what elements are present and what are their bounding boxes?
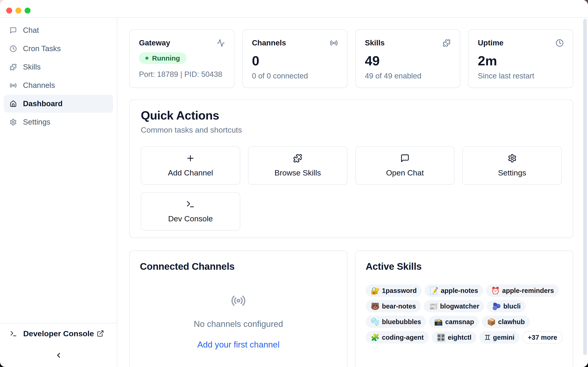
- sidebar-nav: Chat Cron Tasks Skills Channels Dashboar…: [0, 18, 117, 131]
- channels-card-title: Channels: [252, 39, 286, 47]
- sidebar-item-channels[interactable]: Channels: [4, 76, 113, 94]
- scrollbar-thumb[interactable]: [583, 19, 587, 355]
- bubbles-icon: 🫧: [371, 318, 380, 325]
- skill-name: gemini: [493, 334, 514, 341]
- settings-label: Settings: [498, 168, 526, 177]
- no-channels-text: No channels configured: [194, 319, 283, 329]
- gateway-port-pid: Port: 18789 | PID: 50438: [139, 70, 222, 79]
- collapse-sidebar-button[interactable]: [52, 348, 65, 362]
- skill-badge-apple-notes: 📝apple-notes: [424, 284, 483, 297]
- clock-icon: [556, 39, 564, 47]
- skill-name: 1password: [382, 287, 417, 294]
- radio-icon: [10, 82, 17, 89]
- skill-badge-eightctl: 🎛️eightctl: [432, 331, 477, 344]
- sidebar-item-label: Channels: [23, 81, 55, 90]
- app-window: Chat Cron Tasks Skills Channels Dashboar…: [0, 0, 588, 367]
- skills-subtext: 49 of 49 enabled: [365, 72, 422, 80]
- sidebar: Chat Cron Tasks Skills Channels Dashboar…: [0, 18, 117, 367]
- skill-badge-gemini: ♊gemini: [479, 331, 519, 344]
- skill-name: bluebubbles: [382, 318, 421, 326]
- puzzle-icon: [10, 64, 17, 71]
- active-skills-title: Active Skills: [366, 261, 563, 272]
- browse-skills-button[interactable]: Browse Skills: [248, 146, 347, 185]
- minimize-window-button[interactable]: [15, 8, 21, 14]
- skills-count: 49: [365, 54, 380, 67]
- close-window-button[interactable]: [6, 8, 12, 14]
- connected-channels-panel: Connected Channels No channels configure…: [129, 250, 347, 367]
- zoom-window-button[interactable]: [25, 8, 31, 14]
- skills-stat-card: Skills 49 49 of 49 enabled: [355, 29, 460, 88]
- settings-button[interactable]: Settings: [462, 146, 562, 185]
- sidebar-item-label: Settings: [23, 118, 50, 126]
- developer-console-button[interactable]: Developer Console: [0, 323, 117, 344]
- quick-actions-title: Quick Actions: [141, 108, 562, 122]
- channels-count: 0: [252, 54, 259, 67]
- skill-badge-apple-reminders: ⏰apple-reminders: [486, 284, 559, 297]
- dev-console-label: Dev Console: [168, 214, 213, 223]
- open-chat-button[interactable]: Open Chat: [355, 146, 455, 185]
- skill-badge-coding-agent: 🧩coding-agent: [366, 331, 429, 344]
- stats-row: Gateway Running Port: 18789 | PID: 50438…: [129, 29, 573, 88]
- plus-icon: [186, 154, 195, 163]
- status-dot: [145, 57, 148, 60]
- radio-icon: [231, 293, 246, 308]
- skill-name: apple-notes: [441, 287, 478, 294]
- skill-badge-blucli: 🫐blucli: [487, 300, 526, 312]
- gateway-status-badge: Running: [139, 52, 187, 64]
- add-first-channel-link[interactable]: Add your first channel: [197, 340, 279, 350]
- gemini-icon: ♊: [484, 334, 491, 341]
- sidebar-item-settings[interactable]: Settings: [4, 113, 113, 131]
- locked-with-key-icon: 🔐: [371, 287, 380, 294]
- radio-icon: [330, 39, 338, 47]
- uptime-card-title: Uptime: [478, 39, 503, 47]
- sidebar-footer: Developer Console: [0, 323, 117, 367]
- puzzle-icon: [293, 154, 302, 163]
- open-chat-label: Open Chat: [386, 168, 424, 177]
- chat-bubble-icon: [10, 27, 17, 34]
- skills-card-title: Skills: [365, 39, 385, 47]
- more-skills-badge[interactable]: +37 more: [522, 331, 563, 344]
- sidebar-item-label: Cron Tasks: [23, 44, 61, 53]
- channels-subtext: 0 of 0 connected: [252, 72, 308, 80]
- title-bar: [0, 0, 588, 18]
- active-skills-panel: Active Skills 🔐1password 📝apple-notes ⏰a…: [355, 250, 573, 367]
- control-knobs-icon: 🎛️: [437, 334, 446, 341]
- blueberries-icon: 🫐: [492, 303, 501, 310]
- memo-icon: 📝: [430, 287, 439, 294]
- skill-badge-camsnap: 📸camsnap: [429, 316, 479, 328]
- skill-badge-blogwatcher: 📰blogwatcher: [424, 300, 484, 312]
- quick-actions-panel: Quick Actions Common tasks and shortcuts…: [129, 99, 573, 238]
- gear-icon: [508, 154, 517, 163]
- add-channel-button[interactable]: Add Channel: [141, 146, 240, 185]
- gateway-stat-card: Gateway Running Port: 18789 | PID: 50438: [129, 29, 234, 88]
- camera-flash-icon: 📸: [434, 318, 443, 325]
- sidebar-item-chat[interactable]: Chat: [4, 21, 113, 39]
- bear-icon: 🐻: [371, 303, 380, 310]
- skill-name: clawhub: [498, 318, 525, 326]
- dev-console-button[interactable]: Dev Console: [141, 192, 240, 231]
- sidebar-item-dashboard[interactable]: Dashboard: [4, 95, 113, 113]
- newspaper-icon: 📰: [429, 303, 438, 310]
- puzzle-icon: [443, 39, 451, 47]
- external-link-icon: [97, 330, 104, 337]
- sidebar-item-cron-tasks[interactable]: Cron Tasks: [4, 40, 113, 58]
- skill-badge-bluebubbles: 🫧bluebubbles: [366, 316, 426, 328]
- sidebar-item-skills[interactable]: Skills: [4, 58, 113, 76]
- home-icon: [10, 100, 17, 107]
- skill-name: apple-reminders: [502, 287, 554, 294]
- channels-empty-state: No channels configured Add your first ch…: [140, 293, 337, 350]
- terminal-icon: [10, 330, 17, 337]
- uptime-value: 2m: [478, 54, 497, 67]
- activity-icon: [217, 39, 225, 47]
- chat-bubble-icon: [400, 154, 409, 163]
- package-icon: 📦: [487, 318, 496, 325]
- developer-console-label: Developer Console: [23, 329, 94, 338]
- quick-actions-subtitle: Common tasks and shortcuts: [141, 125, 562, 134]
- uptime-stat-card: Uptime 2m Since last restart: [468, 29, 573, 88]
- clock-icon: [10, 45, 17, 52]
- skill-name: eightctl: [448, 334, 471, 341]
- connected-channels-title: Connected Channels: [140, 261, 337, 272]
- gateway-status-label: Running: [152, 54, 180, 62]
- skill-name: bear-notes: [382, 302, 416, 310]
- skills-chip-list: 🔐1password 📝apple-notes ⏰apple-reminders…: [366, 284, 563, 344]
